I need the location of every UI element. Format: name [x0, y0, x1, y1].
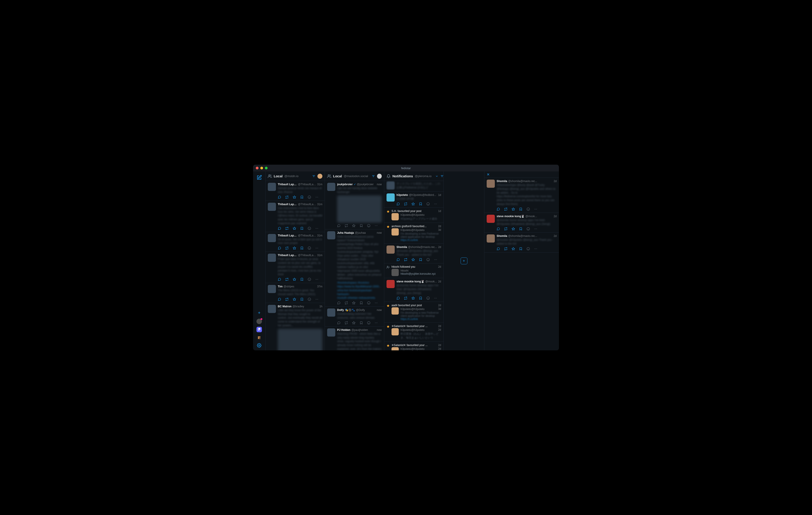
bookmark-icon[interactable]: [359, 321, 363, 325]
post-author-name[interactable]: Thibault Lapers: [278, 183, 297, 186]
more-icon[interactable]: [534, 227, 538, 231]
post-avatar[interactable]: [268, 234, 276, 242]
emoji-icon[interactable]: [526, 227, 530, 231]
post-author-name[interactable]: Thibault Lapers: [278, 234, 297, 237]
favourite-icon[interactable]: [352, 301, 355, 305]
bookmark-icon[interactable]: [300, 195, 303, 199]
more-icon[interactable]: [315, 195, 319, 199]
emoji-icon[interactable]: [526, 247, 530, 250]
emoji-icon[interactable]: [367, 224, 371, 228]
favourite-icon[interactable]: [411, 202, 415, 206]
post[interactable]: Thibault Lapers @ThibaultLap... 31m P'ta…: [265, 252, 325, 283]
favourite-icon[interactable]: [293, 195, 296, 199]
reply-icon[interactable]: [278, 298, 281, 301]
post-link[interactable]: #koulutuslupaus #koulutushttps://www.hs.…: [337, 281, 382, 300]
post-media[interactable]: [337, 195, 382, 223]
mastodon-account-icon[interactable]: [257, 327, 262, 332]
post[interactable]: BC Matron @bradley 1h Little did they kn…: [265, 303, 325, 350]
post[interactable]: joukjebroier ✓ @joukjebroier now Lijkt m…: [325, 181, 384, 230]
post-author-name[interactable]: steve mookie kong🐰: [397, 280, 424, 283]
post-avatar[interactable]: [487, 215, 495, 223]
favourite-icon[interactable]: [352, 224, 355, 228]
reply-icon[interactable]: [397, 297, 400, 300]
post-author-name[interactable]: Dolfy: [337, 308, 344, 312]
notification-avatar[interactable]: [392, 347, 399, 350]
emoji-icon[interactable]: [308, 278, 311, 281]
more-icon[interactable]: [534, 247, 538, 250]
add-column-button[interactable]: +: [461, 258, 467, 264]
notification-favourite[interactable]: ✳Satanist✳ favourited your ...2d h3potet…: [384, 342, 443, 350]
favourite-icon[interactable]: [293, 246, 296, 250]
close-panel-button[interactable]: ✕: [487, 172, 490, 177]
post-avatar[interactable]: [327, 308, 335, 316]
boost-icon[interactable]: [285, 227, 289, 230]
post-avatar[interactable]: [386, 280, 395, 288]
column-account-avatar[interactable]: [317, 174, 322, 179]
notification-avatar[interactable]: [392, 307, 399, 314]
post[interactable]: Juha Haataja @juuhaa now Onko kouluhuolt…: [325, 230, 384, 307]
account-avatar-1[interactable]: [257, 319, 262, 324]
boost-icon[interactable]: [404, 202, 407, 206]
post[interactable]: Shomila@shomila@masto.rec...2d @mookie @…: [384, 244, 443, 264]
column-body[interactable]: ディスプレイを前回したため... この記事はFediverse (3.0)など …: [384, 181, 443, 350]
more-icon[interactable]: [375, 321, 378, 325]
reply-icon[interactable]: [278, 246, 281, 250]
bookmark-icon[interactable]: [300, 246, 303, 250]
boost-icon[interactable]: [504, 227, 508, 231]
boost-icon[interactable]: [404, 297, 407, 300]
post-avatar[interactable]: [268, 305, 276, 313]
post-avatar[interactable]: [268, 203, 276, 211]
notification-avatar[interactable]: [392, 228, 399, 236]
column-body[interactable]: joukjebroier ✓ @joukjebroier now Lijkt m…: [325, 181, 384, 350]
post-author-name[interactable]: Shomila: [397, 245, 407, 249]
more-icon[interactable]: [315, 298, 319, 301]
reply-icon[interactable]: [497, 247, 500, 250]
favourite-icon[interactable]: [512, 208, 515, 211]
column-account-avatar[interactable]: [377, 174, 382, 179]
post[interactable]: Thibault Lapers @ThibaultLap... 31m Ah e…: [265, 232, 325, 252]
boost-icon[interactable]: [404, 258, 407, 261]
post-author-name[interactable]: Tim: [278, 285, 283, 288]
emoji-icon[interactable]: [367, 321, 371, 325]
post[interactable]: Dolfy 🎭⚫🐾 @Dolfy now Goedemiddag iederee…: [325, 307, 384, 327]
bookmark-icon[interactable]: [419, 297, 422, 300]
bookmark-icon[interactable]: [519, 227, 522, 231]
filter-icon[interactable]: [440, 174, 444, 178]
bookmark-icon[interactable]: [419, 258, 422, 261]
settings-button[interactable]: [257, 343, 261, 347]
bookmark-icon[interactable]: [300, 278, 303, 281]
emoji-icon[interactable]: [308, 298, 311, 301]
boost-icon[interactable]: [345, 321, 348, 325]
more-icon[interactable]: [434, 258, 437, 261]
bookmark-icon[interactable]: [300, 298, 303, 301]
notification-favourite[interactable]: S.H. favourited your post1d h3poteto@h3p…: [384, 208, 443, 223]
boost-icon[interactable]: [285, 195, 289, 199]
more-icon[interactable]: [315, 278, 319, 281]
more-icon[interactable]: [534, 208, 538, 211]
more-icon[interactable]: [315, 246, 319, 250]
emoji-icon[interactable]: [426, 202, 430, 206]
bookmark-icon[interactable]: [419, 202, 422, 206]
reply-icon[interactable]: [278, 278, 281, 281]
post[interactable]: Thibault Lapers @ThibaultLap... 31m Dema…: [265, 181, 325, 201]
post-avatar[interactable]: [327, 328, 335, 337]
favourite-icon[interactable]: [411, 297, 415, 300]
post-author-name[interactable]: PJ Holden: [337, 328, 350, 332]
notification-favourite[interactable]: ✳Satanist✳ favourited your ...2d h3potet…: [384, 323, 443, 342]
notification-avatar[interactable]: [392, 213, 399, 220]
more-icon[interactable]: [315, 227, 319, 230]
favourite-icon[interactable]: [512, 247, 515, 250]
boost-icon[interactable]: [345, 224, 348, 228]
post-avatar[interactable]: [386, 181, 395, 189]
post-author-name[interactable]: joukjebroier: [337, 183, 353, 186]
emoji-icon[interactable]: [308, 195, 311, 199]
boost-icon[interactable]: [504, 247, 508, 250]
boost-icon[interactable]: [345, 301, 348, 305]
reply-icon[interactable]: [397, 202, 400, 206]
post-avatar[interactable]: [487, 180, 495, 188]
post-author-name[interactable]: h3poteto: [397, 193, 408, 196]
post-avatar[interactable]: [386, 193, 395, 202]
more-icon[interactable]: [375, 224, 378, 228]
post[interactable]: Thibault Lapers @ThibaultLap... 31m Ces …: [265, 201, 325, 232]
reply-icon[interactable]: [278, 227, 281, 230]
